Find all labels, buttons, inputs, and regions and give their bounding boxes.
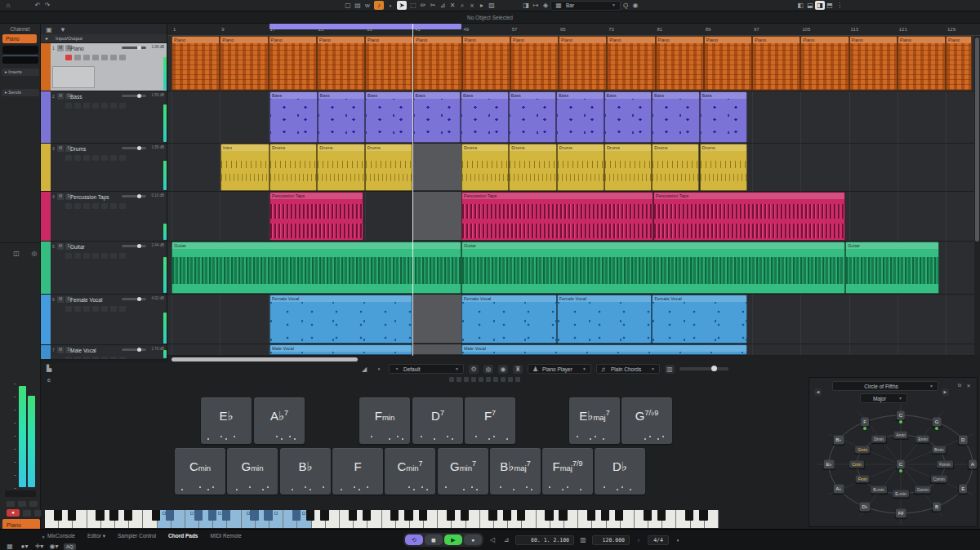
clip-bass[interactable]: Bass <box>365 91 413 143</box>
edit-button[interactable] <box>101 155 108 161</box>
black-key[interactable] <box>109 510 118 521</box>
circle-node-b[interactable]: B <box>933 502 941 511</box>
mute-button[interactable]: M <box>57 93 64 100</box>
pad-bank-cell[interactable] <box>486 377 491 382</box>
lane-button[interactable] <box>119 357 126 360</box>
black-key[interactable] <box>644 510 652 521</box>
clip-percussion-taps[interactable]: Percussion Taps <box>270 192 363 241</box>
clip-drums[interactable]: Drums <box>700 144 747 191</box>
monitor-button[interactable] <box>74 155 81 161</box>
dot-menu-icon[interactable]: ●▾ <box>20 542 29 550</box>
channel-track-button[interactable]: Piano <box>2 34 37 43</box>
monitor-button[interactable] <box>74 306 81 312</box>
mono-icon[interactable]: ◎ <box>29 249 39 258</box>
channel-input-field[interactable] <box>2 46 38 54</box>
clip-drums[interactable]: Drums <box>461 144 509 191</box>
chord-pad-b-maj7[interactable]: B♭maj7 <box>490 448 541 495</box>
pad-bank-cell[interactable] <box>449 377 454 382</box>
black-key[interactable] <box>166 510 174 521</box>
clip-piano[interactable]: Piano <box>172 36 220 91</box>
clip-bass[interactable]: Bass <box>700 91 748 143</box>
pad-bank-cell[interactable] <box>493 377 498 382</box>
write-button[interactable] <box>92 357 99 360</box>
circle-node-fmin[interactable]: Fmin <box>856 476 870 483</box>
monitor-button[interactable] <box>74 253 81 259</box>
chord-pad-d-[interactable]: D♭ <box>595 448 645 495</box>
track-row-piano[interactable]: 1MSPiano1.06 dB <box>41 43 167 91</box>
black-key[interactable] <box>461 510 469 521</box>
io-channels-folder[interactable]: ▸ Input/Output <box>41 34 167 43</box>
circle-node-b-[interactable]: B♭ <box>833 436 844 445</box>
black-key[interactable] <box>363 510 371 521</box>
freeze-button[interactable] <box>110 155 117 161</box>
track-volume-slider[interactable] <box>122 348 146 351</box>
clip-piano[interactable]: Piano <box>413 36 461 91</box>
zone-tab-mixconsole[interactable]: MixConsole <box>47 533 75 539</box>
clip-percussion-taps[interactable]: Percussion Taps <box>653 192 845 241</box>
clip-intro[interactable]: Intro <box>220 144 270 191</box>
autoscroll-icon[interactable]: ↦ <box>531 1 541 10</box>
track-lane-piano[interactable]: PianoPianoPianoPianoPianoPianoPianoPiano… <box>167 36 980 91</box>
write-button[interactable] <box>92 306 99 312</box>
horizontal-scrollbar-thumb[interactable] <box>172 357 358 361</box>
color-tool-icon[interactable]: ▨ <box>487 1 497 10</box>
chord-pad-e-[interactable]: E♭ <box>201 397 252 444</box>
pad-bank-cell[interactable] <box>464 377 469 382</box>
monitor-button[interactable] <box>23 510 31 517</box>
black-key[interactable] <box>250 510 258 521</box>
record-enable-button[interactable] <box>65 55 72 60</box>
lane-button[interactable] <box>119 103 126 109</box>
clip-piano[interactable]: Piano <box>269 36 317 91</box>
solo-button[interactable] <box>18 501 26 507</box>
locator-icon[interactable]: ◁ <box>488 535 497 544</box>
edit-button[interactable] <box>101 55 108 60</box>
pad-bank-cell[interactable] <box>457 377 461 382</box>
circle-node-b-min[interactable]: B♭min <box>871 486 887 494</box>
track-lane-bass[interactable]: BassBassBassBassBassBassBassBassBassBass <box>167 91 980 144</box>
clip-bass[interactable]: Bass <box>461 91 509 143</box>
chord-pads-keyboard[interactable] <box>45 510 719 528</box>
pad-bank-cell[interactable] <box>501 377 506 382</box>
clip-guitar[interactable]: Guitar <box>461 242 845 294</box>
record-enable-button[interactable] <box>65 155 72 161</box>
freeze-button[interactable] <box>110 357 117 360</box>
mute-button[interactable]: M <box>57 296 64 303</box>
clip-piano[interactable]: Piano <box>849 36 898 91</box>
black-key[interactable] <box>615 510 623 521</box>
zone-tab-sampler-control[interactable]: Sampler Control <box>118 533 156 539</box>
mute-tool-icon[interactable]: x <box>467 1 477 10</box>
clip-percussion-taps[interactable]: Percussion Taps <box>461 192 653 241</box>
track-lane-drums[interactable]: IntroDrumsDrumsDrumsDrumsDrumsDrumsDrums… <box>167 144 980 192</box>
record-enable-button[interactable] <box>65 103 72 109</box>
chord-pad-f[interactable]: F <box>332 448 383 495</box>
clip-piano[interactable]: Piano <box>800 36 849 91</box>
chord-pad-g7-9[interactable]: G7/♭9 <box>621 397 672 444</box>
read-button[interactable] <box>83 253 90 259</box>
track-volume-slider[interactable] <box>122 47 146 49</box>
record-enable-button[interactable] <box>65 357 72 360</box>
chord-pad-b-[interactable]: B♭ <box>280 448 331 495</box>
track-volume-slider[interactable] <box>122 245 146 247</box>
edit-button[interactable] <box>101 306 108 312</box>
left-zone-icon[interactable]: ◧ <box>795 1 805 10</box>
black-key[interactable] <box>306 510 314 521</box>
clip-female-vocal[interactable]: Female Vocal <box>461 295 557 344</box>
object-selection-tool-icon[interactable]: ➤ <box>397 1 407 10</box>
clip-female-vocal[interactable]: Female Vocal <box>652 295 747 344</box>
range-tool-icon[interactable]: ⬚ <box>408 1 418 10</box>
chord-pad-cmin[interactable]: Cmin <box>175 448 225 495</box>
time-signature-display[interactable]: 4/4 <box>648 535 669 545</box>
output-caret-icon[interactable]: ▾ <box>374 365 384 374</box>
aq-badge[interactable]: AQ <box>64 543 76 550</box>
track-volume-slider[interactable] <box>122 95 146 97</box>
circle-node-cmin[interactable]: Cmin <box>849 461 864 468</box>
monitor-button[interactable] <box>74 103 81 109</box>
mute-button[interactable]: M <box>57 145 64 152</box>
time-display[interactable]: 80. 1. 2.100 <box>515 535 574 545</box>
pads-lock-icon[interactable]: ♜ <box>513 365 523 374</box>
black-key[interactable] <box>264 510 272 521</box>
chord-pad-gmin[interactable]: Gmin <box>227 448 278 495</box>
circle-node-e-min[interactable]: E♭min <box>893 490 909 498</box>
clip-piano[interactable]: Piano <box>317 36 365 91</box>
snap-icon[interactable]: ◈ <box>541 1 550 10</box>
